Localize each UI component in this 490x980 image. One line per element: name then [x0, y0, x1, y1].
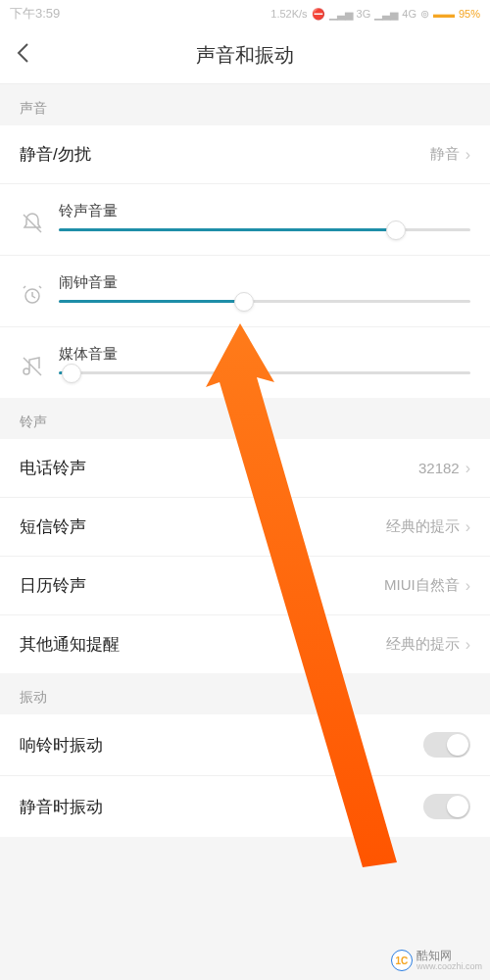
silent-dnd-value: 静音 — [430, 145, 460, 164]
other-notification-label: 其他通知提醒 — [20, 633, 120, 656]
watermark: 1C 酷知网 www.coozhi.com — [391, 950, 482, 972]
vibrate-on-ring-toggle[interactable] — [423, 732, 470, 758]
media-volume-thumb[interactable] — [62, 364, 81, 383]
vibrate-on-silent-label: 静音时振动 — [20, 796, 103, 818]
vibrate-on-ring-label: 响铃时振动 — [20, 734, 103, 757]
ringtone-volume-row: 铃声音量 — [0, 184, 490, 256]
phone-ringtone-label: 电话铃声 — [20, 457, 86, 479]
wifi-icon: ⊚ — [420, 8, 429, 21]
alarm-clock-icon — [20, 283, 45, 307]
alarm-volume-label: 闹钟音量 — [59, 273, 470, 292]
net-3g: 3G — [357, 8, 371, 20]
section-label-ringtone: 铃声 — [0, 398, 490, 439]
other-notification-row[interactable]: 其他通知提醒 经典的提示› — [0, 615, 490, 673]
signal-icon-2: ▁▃▅ — [374, 8, 398, 21]
sms-ringtone-row[interactable]: 短信铃声 经典的提示› — [0, 498, 490, 557]
chevron-right-icon: › — [466, 577, 470, 595]
media-volume-label: 媒体音量 — [59, 345, 470, 364]
net-4g: 4G — [402, 8, 416, 20]
chevron-right-icon: › — [466, 146, 470, 164]
back-button[interactable] — [16, 42, 29, 70]
ringtone-volume-slider[interactable] — [59, 228, 470, 231]
media-volume-row: 媒体音量 — [0, 327, 490, 398]
watermark-logo: 1C — [391, 950, 413, 971]
page-title: 声音和振动 — [196, 42, 294, 69]
vibrate-on-silent-row: 静音时振动 — [0, 776, 490, 837]
vibrate-on-ring-row: 响铃时振动 — [0, 714, 490, 776]
silent-dnd-row[interactable]: 静音/勿扰 静音 › — [0, 125, 490, 184]
calendar-ringtone-row[interactable]: 日历铃声 MIUI自然音› — [0, 557, 490, 615]
net-speed: 1.52K/s — [270, 8, 307, 20]
alarm-volume-slider[interactable] — [59, 300, 470, 303]
header: 声音和振动 — [0, 27, 490, 84]
phone-ringtone-row[interactable]: 电话铃声 32182› — [0, 439, 490, 498]
ringtone-card: 电话铃声 32182› 短信铃声 经典的提示› 日历铃声 MIUI自然音› 其他… — [0, 439, 490, 673]
status-time: 下午3:59 — [10, 5, 60, 23]
media-volume-slider[interactable] — [59, 371, 470, 374]
sound-card: 静音/勿扰 静音 › 铃声音量 闹钟音量 — [0, 125, 490, 398]
chevron-right-icon: › — [466, 518, 470, 536]
watermark-url: www.coozhi.com — [416, 962, 482, 972]
alarm-volume-thumb[interactable] — [234, 292, 254, 312]
alarm-volume-row: 闹钟音量 — [0, 256, 490, 327]
mute-icon: ⛔ — [312, 8, 325, 21]
ringtone-volume-label: 铃声音量 — [59, 202, 470, 220]
sms-ringtone-label: 短信铃声 — [20, 515, 86, 538]
battery-pct: 95% — [459, 8, 480, 20]
chevron-right-icon: › — [466, 460, 470, 477]
music-note-off-icon — [20, 355, 45, 378]
vibration-card: 响铃时振动 静音时振动 — [0, 714, 490, 837]
section-label-vibration: 振动 — [0, 673, 490, 714]
ringtone-volume-thumb[interactable] — [386, 220, 406, 240]
silent-dnd-label: 静音/勿扰 — [20, 143, 91, 166]
signal-icon: ▁▃▅ — [329, 8, 353, 21]
vibrate-on-silent-toggle[interactable] — [423, 794, 470, 819]
chevron-left-icon — [16, 42, 29, 64]
battery-icon: ▬▬ — [433, 8, 455, 20]
phone-ringtone-value: 32182 — [418, 460, 460, 476]
chevron-right-icon: › — [466, 636, 470, 654]
status-indicators: 1.52K/s ⛔ ▁▃▅ 3G ▁▃▅ 4G ⊚ ▬▬ 95% — [270, 8, 480, 21]
sms-ringtone-value: 经典的提示 — [386, 517, 460, 536]
calendar-ringtone-value: MIUI自然音 — [384, 576, 460, 595]
calendar-ringtone-label: 日历铃声 — [20, 574, 86, 597]
other-notification-value: 经典的提示 — [386, 635, 460, 654]
status-bar: 下午3:59 1.52K/s ⛔ ▁▃▅ 3G ▁▃▅ 4G ⊚ ▬▬ 95% — [0, 0, 490, 27]
section-label-sound: 声音 — [0, 84, 490, 125]
bell-off-icon — [20, 212, 45, 235]
